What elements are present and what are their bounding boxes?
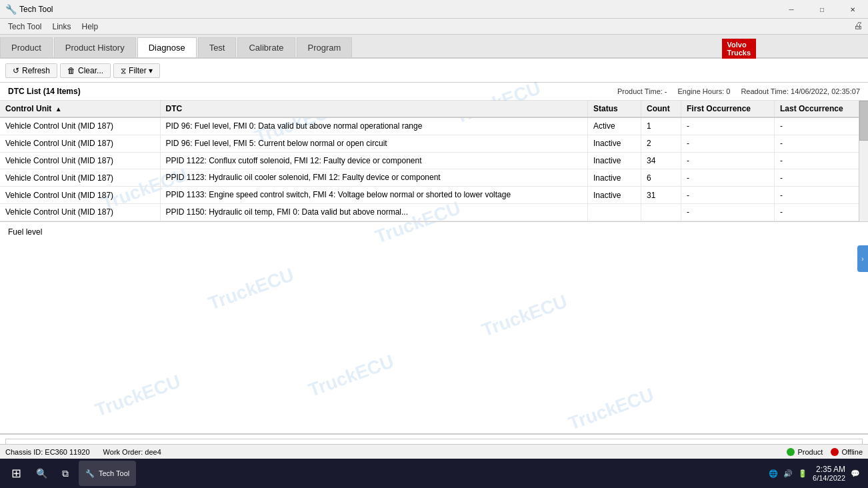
tab-program[interactable]: Program (297, 37, 353, 57)
table-scrollbar[interactable] (859, 101, 868, 221)
col-header-status[interactable]: Status (588, 101, 641, 117)
cell-control-unit: Vehicle Control Unit (MID 187) (0, 203, 160, 221)
cell-count: 1 (641, 117, 681, 135)
table-row[interactable]: Vehicle Control Unit (MID 187) PPID 1150… (0, 203, 868, 221)
cell-control-unit: Vehicle Control Unit (MID 187) (0, 135, 160, 152)
col-header-count[interactable]: Count (641, 101, 681, 117)
cell-dtc: PID 96: Fuel level, FMI 0: Data valid bu… (160, 117, 588, 135)
menu-bar: Tech Tool Links Help 🖨 Volvo Trucks (0, 19, 868, 35)
cell-dtc: PPID 1150: Hydraulic oil temp, FMI 0: Da… (160, 203, 588, 221)
filter-icon: ⧖ (121, 66, 126, 75)
menu-techtool[interactable]: Tech Tool (3, 21, 47, 33)
table-row[interactable]: Vehicle Control Unit (MID 187) PPID 1122… (0, 152, 868, 169)
task-view-button[interactable]: ⧉ (53, 461, 77, 485)
app-title: Tech Tool (19, 5, 53, 14)
side-panel-toggle[interactable]: › (857, 245, 868, 272)
cell-count: 31 (641, 187, 681, 204)
refresh-button[interactable]: ↺ Refresh (5, 63, 57, 78)
tab-product[interactable]: Product (0, 37, 53, 57)
sort-icon: ▲ (55, 105, 62, 113)
cell-last-occurrence: - (775, 135, 868, 152)
dtc-table: Control Unit ▲ DTC Status Count First Oc… (0, 101, 868, 221)
volvo-badge[interactable]: Volvo Trucks (722, 39, 756, 59)
cell-dtc: PID 96: Fuel level, FMI 5: Current below… (160, 135, 588, 152)
col-header-control-unit[interactable]: Control Unit ▲ (0, 101, 160, 117)
maximize-button[interactable]: □ (807, 0, 837, 19)
search-button[interactable]: 🔍 (29, 461, 53, 485)
clear-label: Clear... (78, 66, 103, 75)
printer-icon[interactable]: 🖨 (853, 20, 863, 31)
taskbar-right: 🌐 🔊 🔋 2:35 AM 6/14/2022 💬 (769, 465, 865, 482)
product-time: Product Time: - (617, 87, 667, 95)
chassis-id: Chassis ID: EC360 11920 (5, 448, 90, 456)
cell-status: Active (588, 117, 641, 135)
app-label-taskbar: Tech Tool (99, 469, 129, 477)
offline-status-dot (831, 448, 839, 456)
notification-icon[interactable]: 💬 (851, 469, 860, 478)
engine-hours: Engine Hours: 0 (678, 87, 731, 95)
fuel-panel: Fuel level (0, 222, 868, 434)
cell-control-unit: Vehicle Control Unit (MID 187) (0, 187, 160, 204)
content-wrapper: TruckECU TruckECU TruckECU TruckECU Truc… (0, 59, 868, 459)
cell-last-occurrence: - (775, 169, 868, 187)
toolbar: ↺ Refresh 🗑 Clear... ⧖ Filter ▾ (0, 59, 868, 83)
cell-count: 6 (641, 169, 681, 187)
status-bar: Chassis ID: EC360 11920 Work Order: dee4… (0, 444, 868, 459)
table-row[interactable]: Vehicle Control Unit (MID 187) PID 96: F… (0, 117, 868, 135)
col-header-first-occurrence[interactable]: First Occurrence (681, 101, 775, 117)
dtc-title: DTC List (14 Items) (8, 87, 81, 96)
cell-first-occurrence: - (681, 187, 775, 204)
offline-status-label: Offline (841, 448, 863, 456)
cell-status (588, 203, 641, 221)
cell-count: 2 (641, 135, 681, 152)
product-status-indicator: Product (787, 448, 823, 456)
refresh-icon: ↺ (13, 66, 19, 75)
cell-last-occurrence: - (775, 187, 868, 204)
app-techtool-taskbar[interactable]: 🔧 Tech Tool (79, 461, 136, 486)
cell-first-occurrence: - (681, 135, 775, 152)
cell-count: 34 (641, 152, 681, 169)
offline-status-indicator: Offline (831, 448, 863, 456)
menu-help[interactable]: Help (77, 21, 104, 33)
clear-button[interactable]: 🗑 Clear... (60, 63, 111, 78)
cell-dtc: PPID 1133: Engine speed control switch, … (160, 187, 588, 204)
start-button[interactable]: ⊞ (3, 460, 29, 487)
app-icon-taskbar: 🔧 (85, 469, 95, 478)
cell-count (641, 203, 681, 221)
dtc-meta: Product Time: - Engine Hours: 0 Readout … (617, 87, 860, 95)
filter-button[interactable]: ⧖ Filter ▾ (113, 63, 160, 78)
work-order: Work Order: dee4 (103, 448, 161, 456)
cell-first-occurrence: - (681, 117, 775, 135)
table-row[interactable]: Vehicle Control Unit (MID 187) PPID 1123… (0, 169, 868, 187)
dtc-table-container: Control Unit ▲ DTC Status Count First Oc… (0, 101, 868, 222)
taskbar-time: 2:35 AM (813, 465, 845, 474)
filter-label: Filter ▾ (129, 66, 153, 75)
close-button[interactable]: ✕ (837, 0, 868, 19)
col-header-dtc[interactable]: DTC (160, 101, 588, 117)
col-header-last-occurrence[interactable]: Last Occurrence (775, 101, 868, 117)
cell-status: Inactive (588, 152, 641, 169)
dtc-header: DTC List (14 Items) Product Time: - Engi… (0, 83, 868, 101)
taskbar-sound-icon: 🔊 (783, 469, 793, 478)
status-right: Product Offline (787, 448, 863, 456)
tab-product-history[interactable]: Product History (54, 37, 136, 57)
scrollbar-thumb[interactable] (859, 101, 868, 141)
cell-control-unit: Vehicle Control Unit (MID 187) (0, 152, 160, 169)
tab-diagnose[interactable]: Diagnose (137, 37, 197, 57)
product-status-dot (787, 448, 795, 456)
tab-test[interactable]: Test (198, 37, 237, 57)
cell-first-occurrence: - (681, 152, 775, 169)
taskbar-clock[interactable]: 2:35 AM 6/14/2022 (813, 465, 845, 482)
cell-status: Inactive (588, 169, 641, 187)
cell-status: Inactive (588, 187, 641, 204)
taskbar-date: 6/14/2022 (813, 474, 845, 482)
table-row[interactable]: Vehicle Control Unit (MID 187) PID 96: F… (0, 135, 868, 152)
minimize-button[interactable]: ─ (776, 0, 807, 19)
cell-last-occurrence: - (775, 117, 868, 135)
tab-calibrate[interactable]: Calibrate (237, 37, 295, 57)
trash-icon: 🗑 (67, 66, 75, 75)
menu-links[interactable]: Links (47, 21, 76, 33)
taskbar-network-icon: 🌐 (769, 469, 778, 478)
table-row[interactable]: Vehicle Control Unit (MID 187) PPID 1133… (0, 187, 868, 204)
fuel-label: Fuel level (8, 227, 860, 237)
